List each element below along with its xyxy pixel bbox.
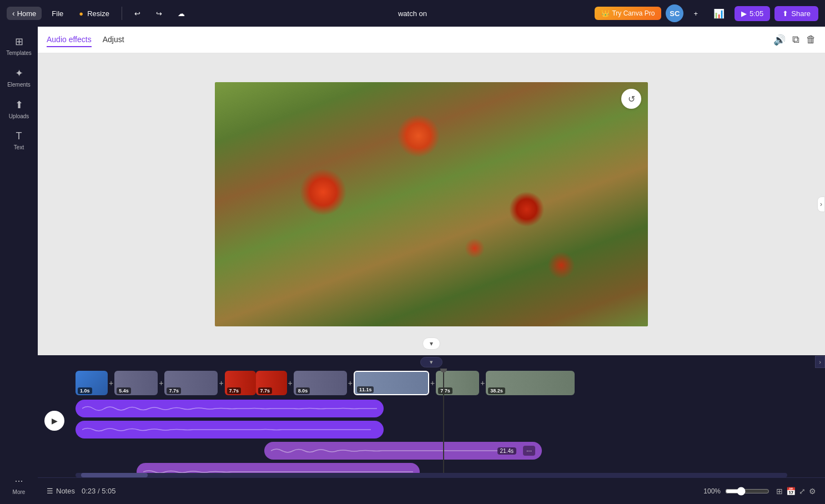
play-time: 5:05 [749, 9, 763, 18]
sidebar-item-text[interactable]: T Text [2, 126, 36, 155]
clip-8[interactable]: 7.7s [436, 371, 479, 395]
zoom-slider[interactable] [725, 487, 769, 496]
chevron-left-icon: ‹ [12, 9, 15, 18]
redo-button[interactable]: ↪ [150, 7, 168, 20]
elements-icon: ✦ [15, 67, 23, 79]
expand-right-btn[interactable]: › [815, 356, 825, 368]
undo-icon: ↩ [134, 9, 140, 18]
sidebar-item-uploads[interactable]: ⬆ Uploads [2, 94, 36, 124]
templates-icon: ⊞ [15, 36, 23, 48]
chevron-right-icon: › [820, 200, 822, 208]
add-clip-btn-3[interactable]: + [219, 379, 223, 387]
clip-9-label: 38.2s [488, 387, 505, 394]
play-button[interactable]: ▶ 5:05 [735, 6, 770, 21]
timeline-content[interactable]: ▶ 1.0s + 5.4s + 7.7s [38, 369, 825, 473]
tab-adjust[interactable]: Adjust [103, 33, 124, 47]
clip-2-label: 5.4s [117, 387, 131, 394]
center-controls: watch on [398, 9, 427, 18]
sidebar-item-more[interactable]: ··· More [2, 471, 36, 500]
avatar-text: SC [670, 9, 680, 18]
grid-view-button[interactable]: ⊞ [776, 487, 783, 496]
bottombar: ☰ Notes 0:23 / 5:05 100% ⊞ 📅 ⤢ ⚙ [38, 477, 825, 504]
audio-track-4[interactable] [137, 463, 420, 473]
duplicate-button[interactable]: ⧉ [792, 34, 799, 46]
right-panel-collapse-button[interactable]: › [817, 196, 825, 212]
audio-track-row-1 [76, 400, 825, 417]
play-icon: ▶ [741, 9, 747, 18]
time-separator: / [98, 487, 100, 495]
timeline: ▾ › ▶ 1.0s + [38, 355, 825, 477]
add-clip-btn-7[interactable]: + [480, 379, 485, 387]
sidebar-item-label: Templates [6, 50, 32, 56]
sidebar-item-templates[interactable]: ⊞ Templates [2, 31, 36, 61]
clip-5[interactable]: 7.7s [256, 371, 287, 395]
audio-waveform-1 [82, 404, 377, 414]
add-collaborator-button[interactable]: + [688, 7, 703, 20]
file-button[interactable]: File [46, 7, 69, 20]
delete-button[interactable]: 🗑 [806, 34, 816, 46]
share-icon: ⬆ [782, 9, 788, 18]
current-time-value: 0:23 [82, 487, 95, 495]
clip-9[interactable]: 38.2s [486, 371, 575, 395]
audio-waveform-2 [82, 425, 377, 435]
canvas-image[interactable]: ↺ [215, 82, 648, 326]
cloud-save-button[interactable]: ☁ [172, 7, 190, 20]
canva-pro-button[interactable]: 👑 Try Canva Pro [595, 7, 661, 20]
add-clip-btn-2[interactable]: + [159, 379, 163, 387]
timeline-header: ▾ › [38, 355, 825, 369]
refresh-button[interactable]: ↺ [621, 89, 641, 109]
cloud-icon: ☁ [178, 9, 185, 18]
audio-track-row-3: 21.4s ··· [76, 442, 825, 460]
fullscreen-button[interactable]: ⤢ [799, 487, 806, 496]
settings-button[interactable]: ⚙ [809, 487, 816, 496]
undo-button[interactable]: ↩ [129, 7, 146, 20]
view-buttons: ⊞ 📅 ⤢ ⚙ [776, 487, 816, 496]
share-button[interactable]: ⬆ Share [774, 6, 818, 21]
collapse-timeline-button[interactable]: ▾ [422, 337, 440, 350]
add-clip-btn-6[interactable]: + [430, 379, 435, 387]
chevron-down-icon: ▾ [430, 340, 433, 347]
add-clip-btn-5[interactable]: + [348, 379, 353, 387]
add-clip-btn-1[interactable]: + [109, 379, 113, 387]
text-icon: T [16, 130, 22, 142]
clip-2[interactable]: 5.4s [114, 371, 158, 395]
watch-label: watch on [398, 9, 427, 18]
analytics-button[interactable]: 📊 [708, 6, 730, 21]
sidebar-item-label: More [13, 489, 26, 495]
timeline-scrollbar-thumb[interactable] [81, 473, 148, 477]
clip-4[interactable]: 7.7s [225, 371, 256, 395]
notes-button[interactable]: ☰ Notes [47, 487, 75, 495]
clip-3[interactable]: 7.7s [164, 371, 218, 395]
resize-label: Resize [87, 9, 109, 18]
clip-7-label: 11.1s [357, 386, 374, 393]
clip-1[interactable]: 1.0s [76, 371, 108, 395]
crown-icon: 👑 [601, 9, 610, 17]
sidebar-item-label: Uploads [9, 113, 29, 119]
timeline-scrollbar[interactable] [76, 473, 787, 477]
clip-7[interactable]: 11.1s [354, 371, 429, 395]
total-time-value: 5:05 [102, 487, 115, 495]
collapse-timeline-btn[interactable]: ▾ [420, 357, 442, 367]
audio-track-2[interactable] [76, 421, 384, 439]
audio-track-3[interactable]: 21.4s ··· [264, 442, 542, 460]
tab-audio-effects[interactable]: Audio effects [47, 33, 92, 47]
avatar[interactable]: SC [666, 4, 683, 22]
home-button[interactable]: ‹ Home [7, 7, 42, 20]
speaker-button[interactable]: 🔊 [773, 34, 786, 46]
add-clip-btn-4[interactable]: + [288, 379, 293, 387]
canva-pro-label: Try Canva Pro [612, 9, 655, 17]
audio-tracks: 21.4s ··· [38, 397, 825, 473]
sidebar-item-elements[interactable]: ✦ Elements [2, 63, 36, 92]
zoom-label: 100% [703, 487, 721, 495]
audio-track-row-2 [76, 421, 825, 439]
more-icon: ··· [14, 475, 23, 487]
clip-6[interactable]: 8.0s [294, 371, 347, 395]
resize-button[interactable]: ● Resize [73, 7, 115, 20]
toolsbar-right: 🔊 ⧉ 🗑 [773, 34, 816, 46]
audio-track-1[interactable] [76, 400, 384, 417]
clip-5-label: 7.7s [258, 387, 273, 394]
audio-more-button[interactable]: ··· [523, 446, 535, 456]
plus-icon: + [693, 9, 698, 18]
list-view-button[interactable]: 📅 [786, 487, 796, 496]
tools-tab-bar: Audio effects Adjust 🔊 ⧉ 🗑 [38, 27, 825, 53]
